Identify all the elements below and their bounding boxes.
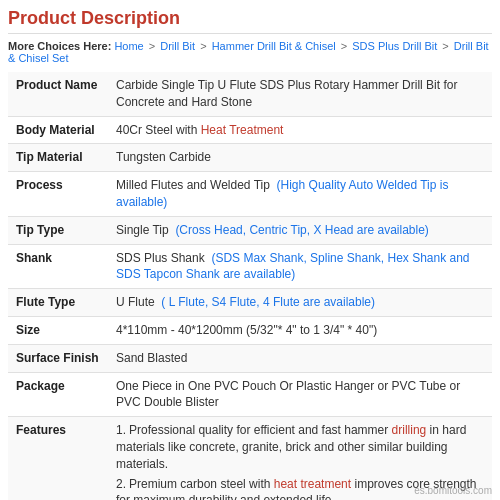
value-size: 4*110mm - 40*1200mm (5/32"* 4" to 1 3/4"… (108, 316, 492, 344)
value-product-name: Carbide Single Tip U Flute SDS Plus Rota… (108, 72, 492, 116)
table-row-process: Process Milled Flutes and Welded Tip (Hi… (8, 172, 492, 217)
label-process: Process (8, 172, 108, 217)
value-tip-type: Single Tip (Cross Head, Centric Tip, X H… (108, 216, 492, 244)
value-surface-finish: Sand Blasted (108, 344, 492, 372)
label-surface-finish: Surface Finish (8, 344, 108, 372)
value-package: One Piece in One PVC Pouch Or Plastic Ha… (108, 372, 492, 417)
more-choices-bar: More Choices Here: Home > Drill Bit > Ha… (8, 40, 492, 64)
breadcrumb-hammer[interactable]: Hammer Drill Bit & Chisel (212, 40, 336, 52)
breadcrumb-home[interactable]: Home (114, 40, 143, 52)
label-package: Package (8, 372, 108, 417)
value-flute-type: U Flute ( L Flute, S4 Flute, 4 Flute are… (108, 289, 492, 317)
table-row-size: Size 4*110mm - 40*1200mm (5/32"* 4" to 1… (8, 316, 492, 344)
process-link[interactable]: (High Quality Auto Welded Tip is availab… (116, 178, 448, 209)
label-flute-type: Flute Type (8, 289, 108, 317)
label-features: Features (8, 417, 108, 500)
table-row-surface-finish: Surface Finish Sand Blasted (8, 344, 492, 372)
page-wrapper: Product Description More Choices Here: H… (0, 0, 500, 500)
table-row-shank: Shank SDS Plus Shank (SDS Max Shank, Spl… (8, 244, 492, 289)
value-shank: SDS Plus Shank (SDS Max Shank, Spline Sh… (108, 244, 492, 289)
table-row-flute-type: Flute Type U Flute ( L Flute, S4 Flute, … (8, 289, 492, 317)
value-body-material: 40Cr Steel with Heat Treatment (108, 116, 492, 144)
more-choices-label: More Choices Here: (8, 40, 111, 52)
highlight-heat-treatment: Heat Treatment (201, 123, 284, 137)
tip-type-link[interactable]: (Cross Head, Centric Tip, X Head are ava… (175, 223, 428, 237)
table-row-package: Package One Piece in One PVC Pouch Or Pl… (8, 372, 492, 417)
product-description-title: Product Description (8, 8, 492, 34)
table-row-tip-type: Tip Type Single Tip (Cross Head, Centric… (8, 216, 492, 244)
breadcrumb-drill-bit[interactable]: Drill Bit (160, 40, 195, 52)
table-row-product-name: Product Name Carbide Single Tip U Flute … (8, 72, 492, 116)
value-process: Milled Flutes and Welded Tip (High Quali… (108, 172, 492, 217)
label-body-material: Body Material (8, 116, 108, 144)
feature-1: Professional quality for efficient and f… (116, 422, 484, 472)
table-row-tip-material: Tip Material Tungsten Carbide (8, 144, 492, 172)
label-tip-material: Tip Material (8, 144, 108, 172)
shank-link[interactable]: (SDS Max Shank, Spline Shank, Hex Shank … (116, 251, 470, 282)
label-shank: Shank (8, 244, 108, 289)
product-table: Product Name Carbide Single Tip U Flute … (8, 72, 492, 500)
label-size: Size (8, 316, 108, 344)
value-tip-material: Tungsten Carbide (108, 144, 492, 172)
label-tip-type: Tip Type (8, 216, 108, 244)
breadcrumb-sds[interactable]: SDS Plus Drill Bit (352, 40, 437, 52)
label-product-name: Product Name (8, 72, 108, 116)
table-row-body-material: Body Material 40Cr Steel with Heat Treat… (8, 116, 492, 144)
flute-type-link[interactable]: ( L Flute, S4 Flute, 4 Flute are availab… (161, 295, 375, 309)
watermark: es.bomitools.com (414, 485, 492, 496)
